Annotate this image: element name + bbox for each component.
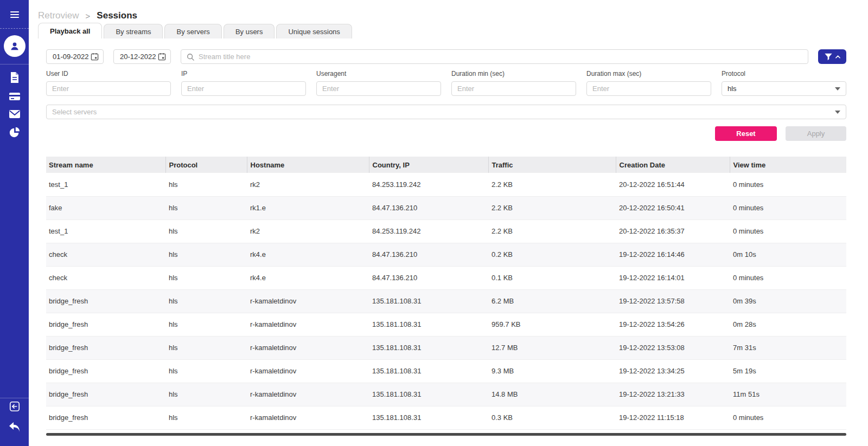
date-from-value: 01-09-2022 xyxy=(53,53,89,61)
filter-toggle-button[interactable] xyxy=(818,49,846,64)
tab-unique-sessions[interactable]: Unique sessions xyxy=(276,24,352,38)
table-cell: 0 minutes xyxy=(730,196,846,219)
reset-button[interactable]: Reset xyxy=(715,126,777,141)
column-header: Hostname xyxy=(247,157,369,173)
table-cell: 19-12-2022 13:57:58 xyxy=(616,289,730,313)
table-cell: hls xyxy=(165,266,247,289)
tab-by-streams[interactable]: By streams xyxy=(104,24,163,38)
table-cell: hls xyxy=(165,313,247,336)
servers-placeholder: Select servers xyxy=(52,108,97,116)
table-cell: rk2 xyxy=(247,219,369,243)
table-cell: 2.2 KB xyxy=(488,173,616,196)
date-from-input[interactable]: 01-09-2022 xyxy=(46,49,104,64)
table-row: bridge_freshhlsr-kamaletdinov135.181.108… xyxy=(46,383,846,406)
table-cell: 6.2 MB xyxy=(488,289,616,313)
apply-button[interactable]: Apply xyxy=(786,126,846,141)
table-cell: r-kamaletdinov xyxy=(247,406,369,429)
field-input[interactable] xyxy=(316,81,441,96)
field-label: Useragent xyxy=(316,70,441,77)
date-to-input[interactable]: 20-12-2022 xyxy=(113,49,171,64)
table-header-row: Stream nameProtocolHostnameCountry, IPTr… xyxy=(46,157,846,173)
table-cell: rk2 xyxy=(247,173,369,196)
exit-icon[interactable] xyxy=(0,400,29,412)
field-duration-min-sec-: Duration min (sec) xyxy=(451,70,576,96)
field-input[interactable] xyxy=(586,81,711,96)
breadcrumb-parent[interactable]: Retroview xyxy=(38,10,79,21)
back-arrow-icon[interactable] xyxy=(0,421,29,434)
table-row: bridge_freshhlsr-kamaletdinov135.181.108… xyxy=(46,406,846,429)
table-cell: r-kamaletdinov xyxy=(247,289,369,313)
table-cell: hls xyxy=(165,359,247,383)
table-cell: 0.3 KB xyxy=(488,406,616,429)
column-header: Stream name xyxy=(46,157,165,173)
table-row: bridge_freshhlsr-kamaletdinov135.181.108… xyxy=(46,313,846,336)
chevron-up-icon xyxy=(835,55,840,59)
document-icon[interactable] xyxy=(0,71,29,84)
tab-playback-all[interactable]: Playback all xyxy=(38,23,102,38)
field-duration-max-sec-: Duration max (sec) xyxy=(586,70,711,96)
table-cell: 0 minutes xyxy=(730,173,846,196)
menu-icon[interactable] xyxy=(0,9,29,20)
avatar[interactable] xyxy=(4,35,25,57)
card-icon[interactable] xyxy=(0,91,29,102)
table-cell: 19-12-2022 13:21:33 xyxy=(616,383,730,406)
table-cell: 84.47.136.210 xyxy=(369,266,488,289)
table-cell: 20-12-2022 16:51:44 xyxy=(616,173,730,196)
breadcrumb: Retroview > Sessions xyxy=(38,0,868,23)
table-cell: bridge_fresh xyxy=(46,336,165,359)
horizontal-scrollbar[interactable] xyxy=(46,433,846,436)
pie-chart-icon[interactable] xyxy=(0,126,29,138)
table-cell: 84.47.136.210 xyxy=(369,196,488,219)
table-cell: bridge_fresh xyxy=(46,406,165,429)
table-cell: hls xyxy=(165,173,247,196)
sidebar-divider xyxy=(0,398,29,398)
page-title: Sessions xyxy=(97,10,137,21)
table-cell: check xyxy=(46,243,165,266)
table-cell: 0m 28s xyxy=(730,313,846,336)
tab-by-users[interactable]: By users xyxy=(224,24,275,38)
table-cell: 20-12-2022 16:35:37 xyxy=(616,219,730,243)
table-cell: 19-12-2022 13:54:26 xyxy=(616,313,730,336)
table-cell: hls xyxy=(165,336,247,359)
table-cell: 0m 39s xyxy=(730,289,846,313)
table-cell: 959.7 KB xyxy=(488,313,616,336)
table-row: checkhlsrk4.e84.47.136.2100.2 KB19-12-20… xyxy=(46,243,846,266)
table-cell: 0 minutes xyxy=(730,266,846,289)
table-cell: bridge_fresh xyxy=(46,383,165,406)
mail-icon[interactable] xyxy=(0,109,29,119)
table-row: bridge_freshhlsr-kamaletdinov135.181.108… xyxy=(46,289,846,313)
table-cell: bridge_fresh xyxy=(46,289,165,313)
column-header: View time xyxy=(730,157,846,173)
tab-by-servers[interactable]: By servers xyxy=(164,24,221,38)
servers-select[interactable]: Select servers xyxy=(46,105,846,119)
field-input[interactable] xyxy=(46,81,171,96)
filter-fields: User IDIPUseragentDuration min (sec)Dura… xyxy=(46,70,846,96)
table-cell: rk4.e xyxy=(247,266,369,289)
table-row: fakehlsrk1.e84.47.136.2102.2 KB20-12-202… xyxy=(46,196,846,219)
table-cell: rk4.e xyxy=(247,243,369,266)
table-cell: 84.47.136.210 xyxy=(369,243,488,266)
table-cell: 19-12-2022 16:14:01 xyxy=(616,266,730,289)
table-cell: 20-12-2022 16:50:41 xyxy=(616,196,730,219)
protocol-value: hls xyxy=(727,85,737,93)
table-cell: test_1 xyxy=(46,173,165,196)
field-input[interactable] xyxy=(181,81,306,96)
table-row: test_1hlsrk284.253.119.2422.2 KB20-12-20… xyxy=(46,219,846,243)
table-row: bridge_freshhlsr-kamaletdinov135.181.108… xyxy=(46,359,846,383)
field-label: User ID xyxy=(46,70,171,77)
table-row: test_1hlsrk284.253.119.2422.2 KB20-12-20… xyxy=(46,173,846,196)
column-header: Protocol xyxy=(165,157,247,173)
sidebar-divider xyxy=(0,64,29,64)
stream-search-input[interactable] xyxy=(199,53,802,61)
search-icon xyxy=(187,53,194,61)
field-input[interactable] xyxy=(451,81,576,96)
table-cell: r-kamaletdinov xyxy=(247,383,369,406)
table-cell: 0m 10s xyxy=(730,243,846,266)
table-cell: r-kamaletdinov xyxy=(247,336,369,359)
table-cell: 0 minutes xyxy=(730,406,846,429)
field-label: Duration min (sec) xyxy=(451,70,576,77)
table-cell: test_1 xyxy=(46,219,165,243)
column-header: Creation Date xyxy=(616,157,730,173)
table-cell: 19-12-2022 11:15:18 xyxy=(616,406,730,429)
protocol-select[interactable]: hls xyxy=(722,81,846,96)
